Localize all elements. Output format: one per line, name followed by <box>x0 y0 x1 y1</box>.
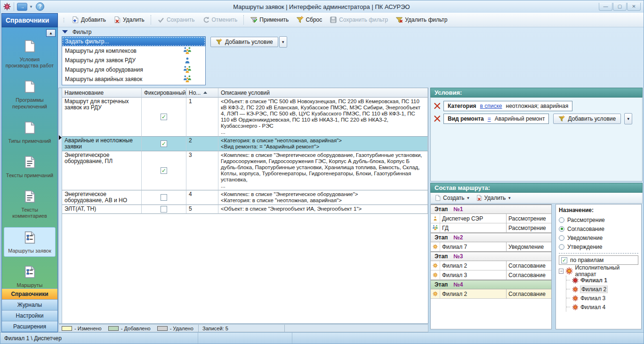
cell-name[interactable]: Маршрут для встречных заявок из РДУ <box>62 98 142 137</box>
stage-header[interactable]: Этап№4 <box>431 280 551 289</box>
cell-name[interactable]: Аварийные и неотложные заявки <box>62 137 142 151</box>
add-condition-dropdown[interactable]: ▼ <box>624 113 632 124</box>
add-condition-button[interactable]: Добавить условие <box>210 37 278 47</box>
cell-fixed[interactable]: ✓ <box>142 98 186 137</box>
tree-collapse-icon[interactable]: − <box>559 269 564 274</box>
reset-filter-button[interactable]: Сброс <box>293 14 325 25</box>
delete-stage-button[interactable]: Удалить▼ <box>474 194 514 202</box>
minimize-button[interactable]: — <box>599 3 612 11</box>
filter-item[interactable]: Маршруты аварийных заявок <box>62 74 205 84</box>
stage-entry[interactable]: Филиал 2Согласование <box>431 261 551 270</box>
stage-entry[interactable]: Филиал 7Уведомление <box>431 242 551 252</box>
fixed-checkbox[interactable]: ✓ <box>161 140 167 147</box>
fixed-checkbox[interactable] <box>161 194 167 201</box>
tree-root[interactable]: − Исполнительный аппарат <box>559 266 638 276</box>
fixed-checkbox[interactable]: ✓ <box>161 114 167 120</box>
delete-button[interactable]: Удалить <box>110 14 148 25</box>
radio-утверждение[interactable]: Утверждение <box>559 242 638 251</box>
statusbar-section <box>198 333 292 344</box>
by-rules-checkbox[interactable]: ✓ по правилам <box>559 255 638 265</box>
nav-button-настройки[interactable]: Настройки <box>2 310 57 321</box>
apply-filter-button[interactable]: Применить <box>247 14 292 25</box>
maximize-button[interactable]: ▢ <box>613 3 627 11</box>
condition-operator[interactable]: = <box>488 115 491 122</box>
doc-lines-icon <box>23 189 37 205</box>
tree-item-филиал-3[interactable]: Филиал 3 <box>566 294 638 303</box>
filter-item[interactable]: Маршруты для заявок РДУ <box>62 56 205 65</box>
cell-name[interactable]: Энергетическрое оборудование, ПЛ <box>62 151 142 190</box>
cell-fixed[interactable]: ✓ <box>142 137 186 151</box>
tree-item-филиал-4[interactable]: Филиал 4 <box>566 303 638 311</box>
titlebar: → ▼ ? Маршруты заявок | Интерфейс админи… <box>0 0 644 13</box>
sidebar-item-программы[interactable]: Программы переключений <box>4 76 56 112</box>
radio-icon[interactable] <box>559 226 564 232</box>
radio-уведомление[interactable]: Уведомление <box>559 233 638 242</box>
add-condition-button[interactable]: Добавить условие <box>553 114 621 124</box>
nav-button-расширения[interactable]: Расширения <box>2 321 57 332</box>
sidebar-item-тексты[interactable]: Тексты примечаний <box>4 152 56 181</box>
cell-fixed[interactable] <box>142 205 186 214</box>
filter-panel: Фильтр Задать фильтр...Маршруты для комп… <box>58 27 644 86</box>
delete-filter-button[interactable]: Удалить фильтр <box>392 14 451 25</box>
condition-field: Вид ремонта <box>448 115 484 122</box>
quick-launch-button[interactable]: → <box>17 3 27 11</box>
condition-operator[interactable]: в списке <box>480 103 502 109</box>
main-toolbar: ⋮ ДобавитьУдалитьСохранитьОтменитьПримен… <box>58 13 644 27</box>
stage-entry[interactable]: Филиал 2Согласование <box>431 289 551 299</box>
cell-name[interactable]: Энергетическое оборудование, АВ и НО <box>62 190 142 205</box>
column-header-3[interactable]: Но... <box>186 88 218 98</box>
cell-fixed[interactable]: ✓ <box>142 151 186 190</box>
sun-icon <box>431 289 440 298</box>
quick-launch-caret-icon[interactable]: ▼ <box>29 5 33 9</box>
sidebar-item-тексты[interactable]: Тексты комментариев <box>4 186 56 222</box>
add-condition-dropdown[interactable]: ▼ <box>279 36 287 48</box>
stage-entry[interactable]: Филиал 3Согласование <box>431 270 551 280</box>
column-header-4[interactable]: Описание условий <box>218 88 428 98</box>
filter-item[interactable]: Маршруты для оборудования <box>62 65 205 74</box>
cell-fixed[interactable] <box>142 190 186 205</box>
stage-entry[interactable]: ГДРассмотрение <box>431 223 551 233</box>
close-button[interactable]: ✕ <box>627 3 641 11</box>
stage-header[interactable]: Этап№3 <box>431 252 551 261</box>
sidebar-item-типы[interactable]: Типы примечаний <box>4 117 56 147</box>
fixed-checkbox[interactable]: ✓ <box>161 167 167 174</box>
delete-condition-icon[interactable] <box>434 115 441 123</box>
stage-header[interactable]: Этап№1 <box>431 205 551 214</box>
stage-header[interactable]: Этап№2 <box>431 233 551 242</box>
condition-value[interactable]: Аварийный ремонт <box>495 115 545 122</box>
filter-item[interactable]: Маршруты для комплексов <box>62 46 205 56</box>
column-header-1[interactable]: Наименование <box>62 88 142 98</box>
condition-box: Категорияв спискенеотложная; аварийная <box>443 101 572 111</box>
radio-icon[interactable] <box>559 217 564 223</box>
radio-icon[interactable] <box>559 235 564 241</box>
assignment-panel: Назначение: РассмотрениеСогласованиеУвед… <box>555 204 642 329</box>
sidebar-item-маршруты[interactable]: Маршруты графиков ремонтов <box>4 262 56 288</box>
radio-icon[interactable] <box>559 244 564 250</box>
route-panel: Состав маршрута: Создать▼ Удалить▼ <box>430 183 643 332</box>
condition-value[interactable]: неотложная; аварийная <box>506 103 569 109</box>
nav-button-справочники[interactable]: Справочники <box>2 288 57 299</box>
entry-role: Уведомление <box>506 242 551 251</box>
nav-button-журналы[interactable]: Журналы <box>2 299 57 310</box>
by-rules-checkbox-box[interactable]: ✓ <box>561 257 567 263</box>
radio-рассмотрение[interactable]: Рассмотрение <box>559 215 638 224</box>
sidebar-collapse-button[interactable]: ▲ <box>46 29 56 37</box>
sidebar-item-условия[interactable]: Условия производства работ <box>4 36 56 72</box>
tree-item-филиал-2[interactable]: Филиал 2 <box>566 285 638 294</box>
filter-collapse-icon[interactable] <box>62 30 68 33</box>
create-stage-button[interactable]: Создать▼ <box>433 194 472 202</box>
cell-description: <Категория: в списке "неотложная, аварий… <box>218 137 428 151</box>
add-button[interactable]: Добавить <box>68 14 109 25</box>
cell-name[interactable]: ЭЛТ(АТ, ТН) <box>62 205 142 214</box>
delete-condition-icon[interactable] <box>434 102 441 110</box>
filter-item[interactable]: Задать фильтр... <box>62 37 205 46</box>
sidebar-item-маршруты[interactable]: Маршруты заявок <box>4 227 56 257</box>
column-header-2[interactable]: Фиксированный <box>142 88 186 98</box>
entry-role: Рассмотрение <box>506 223 551 232</box>
fixed-checkbox[interactable] <box>161 206 167 213</box>
stage-entry[interactable]: Диспетчер СЭРРассмотрение <box>431 214 551 223</box>
route-toolbar: Создать▼ Удалить▼ <box>430 193 643 204</box>
help-button[interactable]: ? <box>36 2 44 11</box>
radio-согласование[interactable]: Согласование <box>559 224 638 233</box>
condition-box: Вид ремонта=Аварийный ремонт <box>443 114 549 124</box>
